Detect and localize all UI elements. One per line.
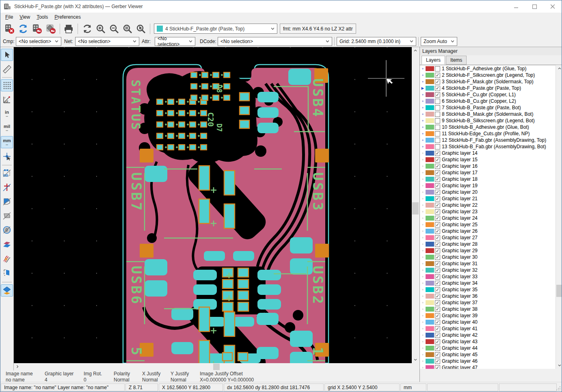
layer-visibility-checkbox[interactable]: ✓ bbox=[435, 274, 440, 279]
layer-row[interactable]: ✦✓Graphic layer 36 bbox=[420, 293, 556, 299]
layer-color-swatch[interactable] bbox=[426, 313, 434, 318]
layer-row[interactable]: ✦9 StickHub-B_Silkscreen.gbr (Legend, Bo… bbox=[420, 117, 556, 124]
scroll-up-arrow[interactable] bbox=[412, 47, 419, 54]
layer-row[interactable]: ✦✓Graphic layer 28 bbox=[420, 241, 556, 247]
layer-visibility-checkbox[interactable] bbox=[435, 66, 440, 71]
layer-color-swatch[interactable] bbox=[426, 112, 434, 117]
layer-color-swatch[interactable] bbox=[426, 183, 434, 188]
scroll-down-arrow[interactable] bbox=[556, 362, 562, 369]
scroll-up-arrow[interactable] bbox=[556, 65, 562, 72]
layer-row[interactable]: ✦✓5 StickHub-F_Cu.gbr (Copper, L1) bbox=[420, 91, 556, 98]
zoom-select-button[interactable] bbox=[134, 23, 147, 35]
layer-color-swatch[interactable] bbox=[426, 79, 434, 84]
vertical-scroll-thumb[interactable] bbox=[412, 202, 419, 214]
attr-dropdown[interactable]: <No selection> bbox=[155, 37, 195, 46]
layer-visibility-checkbox[interactable] bbox=[435, 131, 440, 136]
layer-row[interactable]: ✦1 StickHub-F_Adhesive.gbr (Glue, Top) bbox=[420, 65, 556, 72]
layer-visibility-checkbox[interactable]: ✓ bbox=[435, 209, 440, 214]
layer-row[interactable]: ✦✓Graphic layer 40 bbox=[420, 319, 556, 325]
layer-row[interactable]: ✦✓Graphic layer 39 bbox=[420, 312, 556, 319]
zoom-redraw-button[interactable] bbox=[81, 23, 94, 35]
layer-row[interactable]: ✦10 StickHub-B_Adhesive.gbr (Glue, Bot) bbox=[420, 124, 556, 130]
open-gerber-file-button[interactable] bbox=[30, 23, 43, 35]
layer-row[interactable]: ✦✓Graphic layer 38 bbox=[420, 306, 556, 312]
flip-view-button[interactable] bbox=[1, 266, 13, 279]
scroll-down-arrow[interactable] bbox=[412, 356, 419, 363]
sketch-flashed-items-button[interactable] bbox=[1, 167, 13, 179]
layer-visibility-checkbox[interactable]: ✓ bbox=[435, 216, 440, 221]
toggle-grid-button[interactable] bbox=[1, 79, 13, 91]
layer-color-swatch[interactable] bbox=[426, 157, 434, 162]
minimize-button[interactable] bbox=[507, 0, 525, 13]
diff-mode-button[interactable] bbox=[1, 238, 13, 250]
layer-row[interactable]: ✦✓Graphic layer 41 bbox=[420, 325, 556, 332]
layer-visibility-checkbox[interactable] bbox=[435, 99, 440, 104]
layer-row[interactable]: ✦✓Graphic layer 22 bbox=[420, 202, 556, 208]
open-drill-file-button[interactable] bbox=[44, 23, 57, 35]
dcode-dropdown[interactable]: <No selection> bbox=[218, 37, 332, 46]
scroll-left-arrow[interactable] bbox=[14, 363, 21, 370]
layer-visibility-checkbox[interactable]: ✓ bbox=[435, 86, 440, 91]
layer-color-swatch[interactable] bbox=[426, 66, 434, 71]
tab-items[interactable]: Items bbox=[446, 56, 467, 65]
layer-visibility-checkbox[interactable]: ✓ bbox=[435, 196, 440, 201]
layer-row[interactable]: ✦✓Graphic layer 26 bbox=[420, 228, 556, 234]
layer-visibility-checkbox[interactable]: ✓ bbox=[435, 157, 440, 162]
menu-tools[interactable]: Tools bbox=[33, 13, 51, 21]
sketch-polygons-button[interactable] bbox=[1, 195, 13, 208]
layer-row[interactable]: ✦✓Graphic layer 27 bbox=[420, 234, 556, 241]
layer-visibility-checkbox[interactable]: ✓ bbox=[435, 268, 440, 273]
cursor-shape-button[interactable] bbox=[1, 150, 13, 162]
horizontal-scroll-thumb[interactable] bbox=[213, 364, 220, 370]
layer-row[interactable]: ✦6 StickHub-B_Cu.gbr (Copper, L2) bbox=[420, 98, 556, 104]
layer-row[interactable]: ✦✓Graphic layer 18 bbox=[420, 176, 556, 182]
layer-color-swatch[interactable] bbox=[426, 86, 434, 91]
layer-color-swatch[interactable] bbox=[426, 118, 434, 123]
units-mils-button[interactable]: mil↔ bbox=[1, 122, 13, 134]
layer-row[interactable]: ✦✓Graphic layer 30 bbox=[420, 254, 556, 260]
layer-visibility-checkbox[interactable]: ✓ bbox=[435, 203, 440, 208]
layer-color-swatch[interactable] bbox=[426, 216, 434, 221]
canvas-vertical-scrollbar[interactable] bbox=[412, 47, 419, 363]
layer-color-swatch[interactable] bbox=[426, 261, 434, 266]
layer-color-swatch[interactable] bbox=[426, 365, 434, 369]
layer-row[interactable]: ✦✓Graphic layer 32 bbox=[420, 267, 556, 273]
layer-row[interactable]: ✦✓Graphic layer 35 bbox=[420, 286, 556, 293]
layer-visibility-checkbox[interactable]: ✓ bbox=[435, 229, 440, 234]
layer-visibility-checkbox[interactable]: ✓ bbox=[435, 248, 440, 253]
layer-visibility-checkbox[interactable] bbox=[435, 144, 440, 149]
layer-visibility-checkbox[interactable]: ✓ bbox=[435, 235, 440, 240]
sketch-lines-button[interactable] bbox=[1, 181, 13, 193]
layer-row[interactable]: ✦✓Graphic layer 45 bbox=[420, 351, 556, 358]
layer-visibility-checkbox[interactable]: ✓ bbox=[435, 346, 440, 351]
cmp-dropdown[interactable]: <No selection> bbox=[16, 37, 61, 46]
reload-layers-button[interactable] bbox=[17, 23, 30, 35]
layer-color-swatch[interactable] bbox=[426, 105, 434, 110]
select-tool-button[interactable] bbox=[1, 49, 13, 61]
tab-layers[interactable]: Layers bbox=[422, 56, 445, 65]
menu-view[interactable]: View bbox=[16, 13, 33, 21]
layer-visibility-checkbox[interactable]: ✓ bbox=[435, 79, 440, 84]
canvas-horizontal-scrollbar[interactable] bbox=[14, 363, 419, 370]
layer-visibility-checkbox[interactable]: ✓ bbox=[435, 73, 440, 78]
layer-row[interactable]: ✦11 StickHub-Edge_Cuts.gbr (Profile, NP) bbox=[420, 130, 556, 137]
layer-color-swatch[interactable] bbox=[426, 281, 434, 286]
layer-color-swatch[interactable] bbox=[426, 333, 434, 338]
layer-visibility-checkbox[interactable]: ✓ bbox=[435, 261, 440, 266]
layers-list-scrollbar[interactable] bbox=[556, 65, 562, 369]
layer-color-swatch[interactable] bbox=[426, 196, 434, 201]
layer-color-swatch[interactable] bbox=[426, 346, 434, 351]
layer-visibility-checkbox[interactable]: ✓ bbox=[435, 281, 440, 286]
grid-dropdown[interactable]: Grid: 2.5400 mm (0.1000 in) bbox=[337, 37, 416, 46]
layer-row[interactable]: ✦✓Graphic layer 20 bbox=[420, 189, 556, 195]
layer-row[interactable]: ✦✓Graphic layer 15 bbox=[420, 156, 556, 163]
layer-color-swatch[interactable] bbox=[426, 144, 434, 149]
maximize-button[interactable] bbox=[525, 0, 544, 13]
layer-color-swatch[interactable] bbox=[426, 235, 434, 240]
layer-color-swatch[interactable] bbox=[426, 242, 434, 247]
layer-visibility-checkbox[interactable]: ✓ bbox=[435, 255, 440, 260]
layer-row[interactable]: ✦✓Graphic layer 47 bbox=[420, 364, 556, 369]
layer-visibility-checkbox[interactable] bbox=[435, 138, 440, 143]
net-dropdown[interactable]: <No selection> bbox=[75, 37, 139, 46]
layer-row[interactable]: ✦✓Graphic layer 23 bbox=[420, 208, 556, 215]
